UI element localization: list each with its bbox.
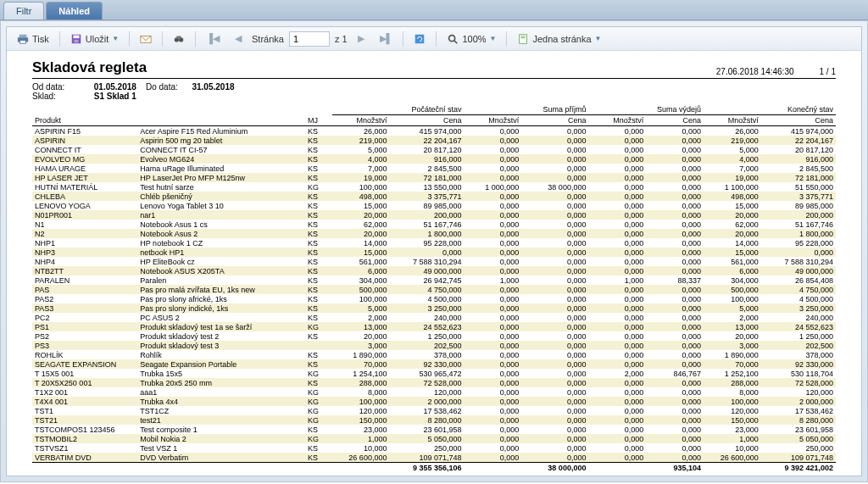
group-close: Konečný stav [704, 104, 836, 115]
report-generated: 27.06.2018 14:46:30 [716, 67, 794, 76]
page-of-label: z 1 [335, 34, 348, 44]
table-row: TST21test21KG150,0008 280,0000,0000,0000… [32, 415, 836, 425]
first-icon: ▐◀ [206, 33, 220, 44]
table-row: TSTVSZ1Test VSZ 1KS10,000250,0000,0000,0… [32, 443, 836, 453]
warehouse-label: Sklad: [32, 92, 92, 101]
table-row: SEAGATE EXPANSIONSeagate Expansion Porta… [32, 359, 836, 369]
printer-icon [17, 33, 29, 45]
svg-rect-13 [520, 34, 527, 43]
svg-rect-9 [177, 36, 181, 38]
table-row: TSTMOBIL2Mobil Nokia 2KG1,0005 050,0000,… [32, 434, 836, 443]
col-out-price: Cena [646, 115, 704, 126]
tab-bar: Filtr Náhled [0, 0, 868, 20]
page-layout-button[interactable]: Jedna stránka ▼ [512, 31, 606, 47]
chevron-down-icon: ▼ [490, 35, 497, 42]
table-row: PS2Produkt skladový test 2KS20,0001 250,… [32, 331, 836, 341]
zoom-label: 100% [462, 34, 486, 44]
col-close-price: Cena [761, 115, 836, 126]
group-open: Počáteční stav [332, 104, 465, 115]
col-mj: MJ [305, 115, 332, 126]
report-table: Počáteční stav Suma příjmů Suma výdejů K… [32, 104, 836, 472]
svg-rect-10 [415, 34, 425, 43]
binocular-icon [173, 33, 185, 45]
table-row: VERBATIM DVDDVD VerbatimKS26 600,000109 … [32, 453, 836, 463]
table-row: N2Notebook Asus 2KS20,0001 800,0000,0000… [32, 229, 836, 238]
table-row: PAS3Pas pro slony indické, 1ksKS5,0003 2… [32, 303, 836, 313]
table-row: ROHLÍKRohlíkKS1 890,000378,0000,0000,000… [32, 350, 836, 359]
zoom-icon [447, 33, 459, 45]
table-row: HP LASER JETHP LaserJet Pro MFP M125nwKS… [32, 173, 836, 182]
table-row: NHP3netbook HP1KS15,0000,0000,0000,0000,… [32, 248, 836, 257]
table-row: T1X2 001aaa1KG8,000120,0000,0000,0000,00… [32, 387, 836, 397]
next-icon: ▶ [358, 33, 364, 44]
page-input[interactable] [289, 31, 330, 47]
zoom-button[interactable]: 100% ▼ [442, 31, 501, 47]
table-row: EVOLVEO MGEvolveo MG624KS4,000916,0000,0… [32, 154, 836, 164]
report-page-info: 1 / 1 [820, 67, 836, 76]
first-page-button[interactable]: ▐◀ [201, 31, 225, 46]
table-row: ASPIRINAspirin 500 mg 20 tabletKS219,000… [32, 136, 836, 145]
svg-rect-5 [74, 39, 78, 42]
table-row: N01PR001nar1KS20,000200,0000,0000,0000,0… [32, 210, 836, 220]
svg-rect-14 [521, 36, 526, 36]
table-row: PS1Produkt skladový test 1a se šaržíKG13… [32, 322, 836, 331]
table-row: TSTCOMPOS1 123456Test composite 1KS23,00… [32, 425, 836, 434]
report-viewport[interactable]: Skladová regleta 27.06.2018 14:46:30 1 /… [7, 51, 861, 476]
table-row: PARALENParalenKS304,00026 942,7451,0000,… [32, 275, 836, 285]
table-row: NHP4HP EliteBook czKS561,0007 588 310,29… [32, 257, 836, 266]
table-row: ASPIRIN F15Acer Aspire F15 Red Aluminium… [32, 126, 836, 136]
save-button[interactable]: Uložit ▼ [65, 31, 124, 47]
to-date-label: Do data: [146, 82, 178, 92]
email-button[interactable] [135, 31, 157, 47]
table-row: CONNECT ITCONNECT IT CI-57KS5,00020 817,… [32, 145, 836, 154]
refresh-button[interactable] [409, 31, 431, 47]
tab-preview[interactable]: Náhled [46, 2, 103, 19]
chevron-down-icon: ▼ [595, 35, 602, 42]
table-row: HUTNÍ MATERIÁLTest hutní sarzeKG100,0001… [32, 182, 836, 192]
report-page: Skladová regleta 27.06.2018 14:46:30 1 /… [32, 59, 836, 472]
table-row: LENOVO YOGALenovo Yoga Tablet 3 10KS15,0… [32, 201, 836, 210]
col-in-qty: Množství [465, 115, 522, 126]
last-page-button[interactable]: ▶▌ [375, 31, 398, 46]
page-icon [517, 33, 529, 45]
table-row: TST1TST1CZKG120,00017 538,4620,0000,0000… [32, 406, 836, 415]
prev-page-button[interactable]: ◀ [230, 31, 247, 46]
preview-panel: Tisk Uložit ▼ ▐◀ ◀ Stránka z 1 ▶ ▶▌ [0, 20, 868, 482]
table-row: PASPas pro malá zvířata EU, 1ks newKS500… [32, 285, 836, 294]
col-open-price: Cena [389, 115, 464, 126]
refresh-icon [414, 33, 426, 45]
one-page-label: Jedna stránka [532, 34, 591, 44]
table-row: T 20X5X250 001Trubka 20x5 250 mmKS288,00… [32, 378, 836, 387]
col-open-qty: Množství [332, 115, 390, 126]
total-close: 9 392 421,002 [761, 463, 836, 473]
table-row: CHLEBAChléb pšeničnýKS498,0003 375,7710,… [32, 192, 836, 201]
table-row: NTB2TTNotebook ASUS X205TAKS6,00049 000,… [32, 266, 836, 275]
tab-filter[interactable]: Filtr [3, 2, 44, 19]
from-date-value: 01.05.2018 [94, 82, 136, 92]
preview-inner: Tisk Uložit ▼ ▐◀ ◀ Stránka z 1 ▶ ▶▌ [6, 26, 862, 476]
svg-point-11 [449, 35, 455, 41]
table-row: HAMA URAGEHama uRage IlluminatedKS7,0002… [32, 164, 836, 173]
col-close-qty: Množství [704, 115, 761, 126]
table-row: NHP1HP notebook 1 CZKS14,00095 228,0000,… [32, 238, 836, 248]
group-out: Suma výdejů [588, 104, 704, 115]
col-in-price: Cena [521, 115, 588, 126]
chevron-down-icon: ▼ [112, 35, 119, 42]
next-page-button[interactable]: ▶ [353, 31, 370, 46]
svg-rect-15 [521, 37, 526, 38]
svg-rect-0 [19, 34, 27, 37]
print-label: Tisk [32, 34, 49, 44]
toolbar: Tisk Uložit ▼ ▐◀ ◀ Stránka z 1 ▶ ▶▌ [7, 27, 861, 51]
mail-icon [140, 33, 152, 45]
table-row: PS3Produkt skladový test 33,000202,5000,… [32, 341, 836, 350]
table-row: T 15X5 001Trubka 15x5KG1 254,100530 965,… [32, 369, 836, 378]
total-out: 935,104 [646, 463, 704, 473]
svg-rect-4 [73, 35, 79, 38]
prev-icon: ◀ [235, 33, 242, 44]
table-row: N1Notebook Asus 1 csKS62,00051 167,7460,… [32, 220, 836, 229]
find-button[interactable] [168, 31, 190, 47]
print-button[interactable]: Tisk [12, 31, 54, 47]
report-title: Skladová regleta [32, 59, 147, 76]
from-date-label: Od data: [32, 82, 92, 92]
total-in: 38 000,000 [521, 463, 588, 473]
